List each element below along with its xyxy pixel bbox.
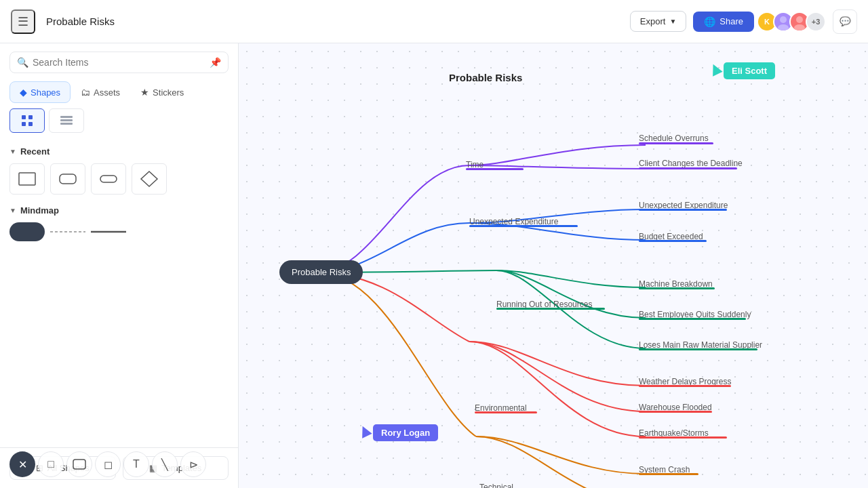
svg-marker-14	[141, 171, 157, 186]
mindmap-solid-line[interactable]	[91, 222, 126, 241]
document-title: Probable Risks	[46, 16, 115, 27]
svg-rect-11	[19, 173, 35, 185]
text-icon: T	[133, 458, 140, 470]
share-label: Share	[719, 16, 743, 26]
svg-rect-9	[60, 119, 73, 121]
menu-button[interactable]: ☰	[11, 9, 35, 34]
text-tool-button[interactable]: T	[123, 451, 149, 477]
warehouse-line	[639, 411, 712, 413]
svg-rect-5	[28, 115, 33, 119]
sidebar-content: ▼ Recent ▼ Mindmap	[0, 138, 238, 447]
folder-icon: 🗂	[81, 87, 90, 98]
recent-shapes-grid	[9, 163, 229, 195]
header: ☰ Probable Risks Export ▼ 🌐 Share K +3 💬	[0, 0, 868, 43]
header-actions: Export ▼ 🌐 Share K +3 💬	[630, 9, 857, 34]
mindmap-label: Mindmap	[20, 205, 59, 216]
search-icon: 🔍	[17, 57, 28, 68]
schedule-overruns-line	[639, 142, 713, 144]
budget-exceeded-line	[639, 240, 707, 242]
supplier-line	[639, 348, 757, 350]
left-sidebar: 🔍 📌 ◆ Shapes 🗂 Assets ★ Stickers ▼ Recen…	[0, 43, 239, 488]
recent-label: Recent	[20, 146, 50, 157]
time-underline	[466, 168, 524, 170]
unexpected-underline	[469, 225, 578, 227]
resources-underline	[496, 308, 605, 310]
svg-rect-13	[100, 176, 117, 182]
rory-logan-label: Rory Logan	[373, 424, 438, 441]
recent-section-header[interactable]: ▼ Recent	[9, 146, 229, 157]
system-crash-line	[639, 473, 698, 475]
child-schedule-overruns: Schedule Overruns	[639, 134, 709, 143]
svg-rect-17	[73, 460, 85, 469]
employee-quits-line	[639, 318, 746, 320]
rory-logan-cursor: Rory Logan	[359, 424, 438, 441]
tab-assets[interactable]: 🗂 Assets	[71, 81, 130, 103]
assets-tab-label: Assets	[94, 87, 120, 98]
shape-tabs: ◆ Shapes 🗂 Assets ★ Stickers	[0, 79, 238, 108]
svg-point-2	[796, 16, 803, 23]
tab-shapes[interactable]: ◆ Shapes	[9, 81, 71, 103]
mindmap-node-shape[interactable]	[9, 222, 45, 241]
child-client-changes: Client Changes the Deadline	[639, 159, 743, 168]
avatar-overflow[interactable]: +3	[806, 12, 826, 32]
rounded-rect-icon	[73, 459, 86, 470]
note-tool-button[interactable]: ◻	[95, 451, 121, 477]
svg-rect-4	[22, 115, 26, 119]
comment-icon: 💬	[840, 16, 851, 26]
rect-icon: □	[47, 458, 54, 470]
mindmap-shapes-grid	[9, 222, 229, 241]
comment-button[interactable]: 💬	[833, 9, 857, 34]
svg-rect-7	[28, 122, 33, 126]
svg-point-0	[780, 16, 787, 23]
star-icon: ★	[140, 87, 149, 98]
diagram-canvas[interactable]: Probable Risks Probable Risks Time Sched…	[239, 43, 868, 488]
stickers-tab-label: Stickers	[153, 87, 184, 98]
branch-technical-label: Technical	[479, 483, 513, 488]
export-button[interactable]: Export ▼	[630, 11, 686, 32]
tab-stickers[interactable]: ★ Stickers	[130, 81, 194, 103]
line-tool-button[interactable]: ╲	[152, 451, 178, 477]
bottom-toolbar: ✕ □ ◻ T ╲ ⊳	[9, 451, 206, 477]
select-tool-button[interactable]: ⊳	[180, 451, 206, 477]
shape-pill[interactable]	[91, 163, 126, 195]
view-toggle-grid[interactable]	[9, 108, 45, 133]
chevron-down-icon: ▼	[669, 18, 676, 25]
arrow-down-icon: ▼	[9, 148, 16, 155]
eli-scott-cursor: Eli Scott	[710, 62, 775, 79]
shape-rounded-rect[interactable]	[50, 163, 85, 195]
mindmap-dashed-line[interactable]	[50, 222, 85, 241]
earthquake-line	[639, 436, 727, 439]
hamburger-icon: ☰	[18, 14, 28, 29]
rect-tool-button[interactable]: □	[38, 451, 64, 477]
globe-icon: 🌐	[704, 16, 715, 27]
close-icon: ✕	[18, 458, 27, 471]
cursor-arrow-rory	[357, 424, 372, 438]
unexpected-exp-line	[639, 209, 727, 211]
share-button[interactable]: 🌐 Share	[693, 12, 754, 32]
environmental-underline	[475, 411, 537, 413]
pin-icon[interactable]: 📌	[210, 57, 221, 68]
mindmap-section-header[interactable]: ▼ Mindmap	[9, 205, 229, 216]
search-bar[interactable]: 🔍 📌	[9, 52, 229, 73]
svg-rect-8	[60, 116, 73, 118]
select-icon: ⊳	[189, 458, 198, 471]
collaborator-avatars: K +3	[761, 12, 826, 32]
arrow-down-icon2: ▼	[9, 207, 16, 214]
center-node[interactable]: Probable Risks	[279, 260, 363, 284]
client-changes-line	[639, 167, 737, 169]
rounded-rect-tool-button[interactable]	[66, 451, 92, 477]
shape-diamond[interactable]	[132, 163, 167, 195]
diamond-icon: ◆	[20, 87, 27, 98]
view-toggle-row	[0, 108, 238, 138]
view-toggle-list[interactable]	[49, 108, 84, 133]
weather-line	[639, 385, 731, 387]
shape-rect[interactable]	[9, 163, 45, 195]
close-tool-button[interactable]: ✕	[9, 451, 35, 477]
shapes-tab-label: Shapes	[31, 87, 60, 98]
search-input[interactable]	[33, 57, 205, 68]
center-node-label: Probable Risks	[292, 267, 351, 277]
machine-breakdown-line	[639, 287, 715, 289]
export-label: Export	[640, 16, 666, 26]
svg-point-1	[778, 24, 789, 30]
svg-rect-12	[60, 174, 76, 184]
